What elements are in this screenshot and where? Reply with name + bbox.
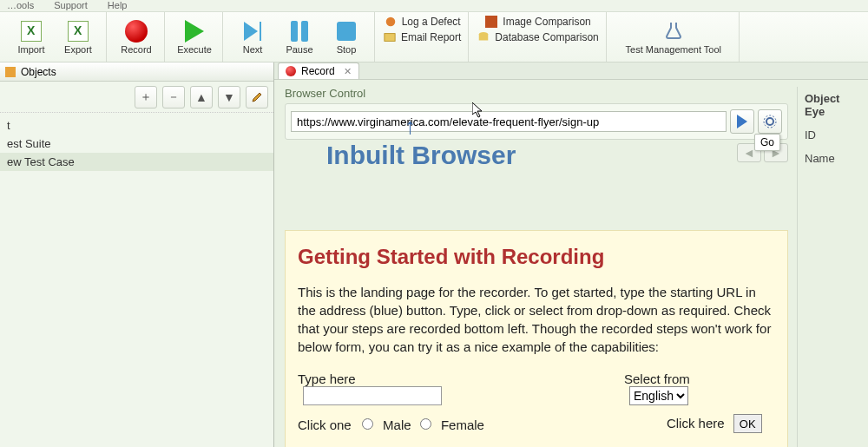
pause-label: Pause [286, 44, 312, 55]
move-down-button[interactable]: ▼ [218, 86, 240, 108]
database-comparison-button[interactable]: Database Comparison [477, 31, 598, 43]
export-icon [68, 21, 89, 42]
radio-female[interactable] [420, 418, 431, 430]
tree-item[interactable]: t [0, 116, 273, 135]
landing-page: Getting Started with Recording This is t… [285, 230, 788, 447]
objects-panel: Objects ＋ － ▲ ▼ t est Suite ew Test Case [0, 62, 274, 447]
move-up-button[interactable]: ▲ [190, 86, 213, 108]
next-label: Next [243, 44, 263, 55]
go-play-icon [737, 115, 747, 128]
menu-bar: …ools Support Help [0, 0, 868, 12]
image-comparison-label: Image Comparison [503, 16, 590, 28]
objects-tab[interactable]: Objects [0, 62, 273, 82]
execute-label: Execute [177, 44, 212, 55]
tree-item[interactable]: est Suite [0, 135, 273, 153]
browser-control-box: Go [285, 103, 788, 140]
bug-icon [385, 16, 397, 28]
page-heading: Getting Started with Recording [298, 245, 775, 269]
export-button[interactable]: Export [59, 20, 97, 55]
email-report-button[interactable]: Email Report [384, 31, 461, 43]
pause-icon [291, 21, 308, 42]
flask-icon [663, 21, 684, 42]
radio-male-label: Male [383, 417, 411, 432]
test-management-tool-button[interactable]: Test Management Tool [617, 20, 730, 55]
pencil-icon [251, 91, 263, 103]
import-label: Import [17, 44, 44, 55]
remove-button[interactable]: － [162, 86, 185, 108]
type-here-input[interactable] [303, 386, 442, 405]
ok-button[interactable]: OK [733, 414, 762, 433]
browser-control-label: Browser Control [285, 87, 788, 100]
test-mgmt-label: Test Management Tool [626, 44, 721, 55]
objects-mini-toolbar: ＋ － ▲ ▼ [0, 82, 273, 113]
log-defect-label: Log a Defect [402, 16, 461, 28]
menu-item-tools[interactable]: …ools [7, 0, 34, 10]
click-here-label: Click here [667, 416, 725, 431]
settings-button[interactable] [758, 109, 782, 134]
execute-button[interactable]: Execute [175, 20, 214, 55]
type-here-label: Type here [298, 371, 356, 386]
image-comparison-button[interactable]: Image Comparison [485, 16, 590, 28]
stop-button[interactable]: Stop [327, 20, 365, 55]
tree-item-selected[interactable]: ew Test Case [0, 153, 273, 171]
record-tab[interactable]: Record ✕ [278, 62, 359, 79]
mail-icon [384, 31, 396, 43]
record-label: Record [121, 44, 151, 55]
object-eye-title: Object Eye [805, 92, 858, 118]
go-button[interactable] [730, 109, 754, 134]
select-from-dropdown[interactable]: English [629, 386, 688, 405]
url-input[interactable] [291, 111, 727, 132]
select-from-label: Select from [624, 371, 690, 386]
next-button[interactable]: Next [233, 20, 272, 55]
stop-label: Stop [337, 44, 357, 55]
pause-button[interactable]: Pause [280, 20, 319, 55]
log-defect-button[interactable]: Log a Defect [385, 16, 461, 28]
radio-male[interactable] [362, 418, 373, 430]
radio-female-label: Female [441, 417, 484, 432]
stop-icon [337, 22, 356, 41]
record-button[interactable]: Record [117, 20, 155, 55]
objects-tab-label: Objects [21, 66, 56, 78]
database-icon [477, 31, 490, 43]
close-tab-icon[interactable]: ✕ [344, 66, 352, 77]
object-tree: t est Suite ew Test Case [0, 113, 273, 447]
add-button[interactable]: ＋ [135, 86, 157, 108]
svg-rect-4 [479, 35, 489, 41]
image-compare-icon [485, 16, 497, 28]
email-report-label: Email Report [401, 31, 461, 43]
svg-point-0 [385, 17, 395, 27]
import-icon [21, 21, 42, 42]
svg-rect-2 [485, 16, 497, 28]
page-paragraph: This is the landing page for the recorde… [298, 283, 775, 356]
svg-point-5 [766, 118, 773, 125]
object-eye-name-label: Name [805, 152, 858, 165]
gear-icon [763, 115, 777, 128]
object-eye-id-label: ID [805, 128, 858, 141]
export-label: Export [64, 44, 92, 55]
svg-rect-1 [385, 34, 395, 42]
object-eye-panel: Object Eye ID Name [797, 87, 858, 447]
go-tooltip: Go [754, 134, 780, 151]
record-icon [125, 20, 148, 43]
database-comparison-label: Database Comparison [495, 31, 598, 43]
record-tab-label: Record [301, 65, 335, 77]
editor-tab-strip: Record ✕ [274, 62, 868, 80]
click-one-label: Click one [298, 417, 352, 432]
main-toolbar: Import Export Record Execute Next Pause … [0, 12, 868, 62]
next-icon [244, 22, 261, 41]
record-tab-icon [286, 66, 296, 76]
edit-button[interactable] [246, 86, 268, 108]
import-button[interactable]: Import [12, 20, 50, 55]
objects-icon [5, 67, 16, 77]
browser-nav-row: ◄ ► [285, 143, 788, 162]
menu-item-help[interactable]: Help [108, 0, 128, 10]
play-icon [185, 20, 204, 43]
menu-item-support[interactable]: Support [54, 0, 88, 10]
